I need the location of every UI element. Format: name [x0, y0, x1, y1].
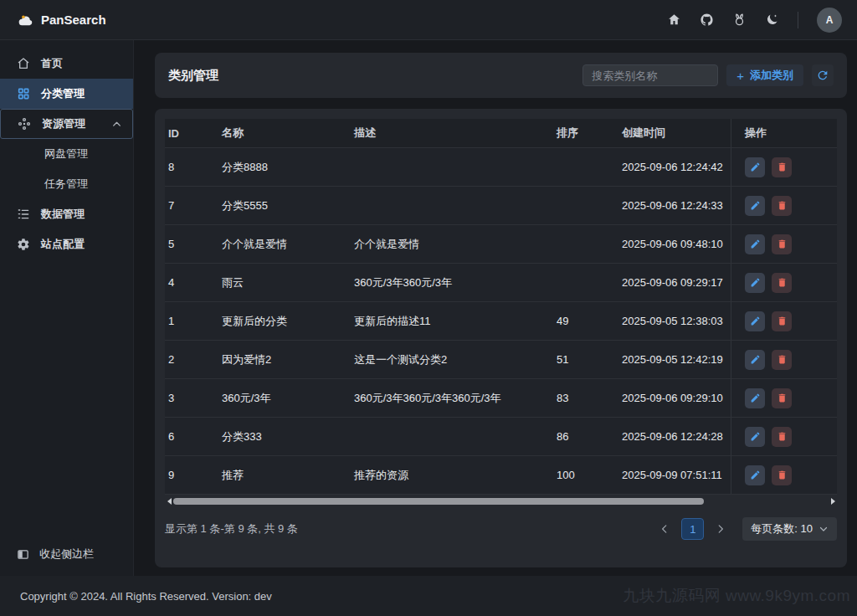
delete-button[interactable]: [772, 273, 792, 293]
cloud-logo-icon: [17, 13, 33, 27]
cell-desc: 推荐的资源: [351, 468, 553, 483]
trash-icon: [777, 277, 788, 288]
cell-created: 2025-09-05 12:38:03: [618, 315, 731, 327]
cell-desc: 这是一个测试分类2: [351, 352, 553, 367]
sidebar-item-label: 网盘管理: [44, 146, 88, 162]
rabbit-icon[interactable]: [732, 13, 747, 27]
edit-button[interactable]: [745, 234, 765, 254]
pencil-icon: [750, 277, 761, 288]
pencil-icon: [750, 431, 761, 442]
sidebar-subitem-tasks[interactable]: 任务管理: [0, 169, 133, 199]
toolbar-card: 类别管理 + 添加类别: [155, 53, 847, 98]
moon-icon[interactable]: [765, 13, 779, 27]
cell-id: 5: [165, 238, 218, 250]
sidebar-menu: 首页 分类管理 资源管: [0, 49, 133, 537]
cell-id: 1: [165, 315, 218, 327]
pencil-icon: [750, 316, 761, 326]
grid-icon: [17, 87, 30, 100]
table-row: 6 分类333 86 2025-09-06 12:24:28: [165, 418, 837, 456]
col-header-actions: 操作: [731, 119, 837, 147]
sidebar-item-resources[interactable]: 资源管理: [0, 109, 133, 139]
search-input[interactable]: [582, 64, 718, 86]
refresh-icon: [816, 69, 829, 82]
edit-button[interactable]: [745, 388, 765, 408]
sidebar-item-categories[interactable]: 分类管理: [0, 79, 133, 109]
col-header-created: 创建时间: [618, 126, 731, 141]
user-avatar[interactable]: A: [817, 8, 842, 33]
add-category-label: 添加类别: [750, 68, 793, 83]
page-size-select[interactable]: 每页条数: 10: [742, 517, 837, 541]
edit-button[interactable]: [745, 465, 765, 485]
page-1-button[interactable]: 1: [681, 518, 704, 540]
watermark-text: 九块九源码网 www.9k9ym.com: [623, 585, 850, 607]
horizontal-scrollbar[interactable]: [165, 496, 837, 506]
top-navbar: PanSearch A: [0, 0, 857, 40]
sidebar-item-home[interactable]: 首页: [0, 49, 133, 79]
chevron-left-icon: [659, 523, 670, 535]
table-row: 5 介个就是爱情 介个就是爱情 2025-09-06 09:48:10: [165, 225, 837, 264]
edit-button[interactable]: [745, 273, 765, 293]
sidebar-item-site-config[interactable]: 站点配置: [0, 229, 133, 259]
delete-button[interactable]: [772, 196, 792, 216]
trash-icon: [777, 239, 788, 249]
avatar-letter: A: [826, 14, 834, 26]
edit-button[interactable]: [745, 196, 765, 216]
collapse-sidebar-button[interactable]: 收起侧边栏: [0, 537, 133, 571]
cell-name: 分类8888: [218, 160, 351, 175]
edit-button[interactable]: [745, 427, 765, 447]
sidebar-item-label: 任务管理: [44, 177, 88, 192]
delete-button[interactable]: [772, 234, 792, 254]
table-row: 7 分类5555 2025-09-06 12:24:33: [165, 187, 837, 225]
edit-button[interactable]: [745, 350, 765, 370]
sidebar-item-label: 分类管理: [41, 86, 85, 101]
delete-button[interactable]: [772, 388, 792, 408]
pencil-icon: [750, 200, 761, 211]
scrollbar-track[interactable]: [173, 497, 829, 506]
prev-page-button[interactable]: [654, 518, 675, 540]
pagination-bar: 显示第 1 条-第 9 条, 共 9 条 1 每页条数: 10: [165, 517, 837, 541]
scroll-left-arrow-icon[interactable]: [165, 497, 173, 506]
sidebar-item-data[interactable]: 数据管理: [0, 199, 133, 229]
col-header-id: ID: [165, 127, 218, 140]
cell-id: 6: [165, 430, 218, 443]
col-header-desc: 描述: [351, 126, 553, 141]
cell-sort: 100: [553, 469, 618, 481]
delete-button[interactable]: [772, 465, 792, 485]
cell-name: 雨云: [218, 275, 351, 290]
hub-icon: [18, 117, 31, 131]
cell-id: 2: [165, 353, 218, 366]
brand[interactable]: PanSearch: [17, 13, 106, 27]
table-row: 4 雨云 360元/3年360元/3年 2025-09-06 09:29:17: [165, 264, 837, 302]
edit-button[interactable]: [745, 311, 765, 331]
edit-button[interactable]: [745, 157, 765, 177]
home-icon[interactable]: [667, 13, 681, 27]
sidebar-item-label: 首页: [41, 56, 63, 71]
cell-id: 3: [165, 392, 218, 404]
pagination-controls: 1 每页条数: 10: [654, 517, 837, 541]
delete-button[interactable]: [772, 311, 792, 331]
table-row: 3 360元/3年 360元/3年360元/3年360元/3年 83 2025-…: [165, 379, 837, 418]
github-icon[interactable]: [700, 13, 714, 27]
ordered-list-icon: [17, 208, 30, 221]
cell-actions: [731, 225, 837, 263]
delete-button[interactable]: [772, 157, 792, 177]
cell-name: 因为爱情2: [218, 352, 351, 367]
cell-name: 介个就是爱情: [218, 237, 351, 252]
col-header-name: 名称: [218, 126, 351, 141]
scroll-right-arrow-icon[interactable]: [829, 497, 837, 506]
delete-button[interactable]: [772, 427, 792, 447]
cell-created: 2025-09-06 09:29:17: [618, 276, 731, 289]
trash-icon: [777, 162, 788, 172]
next-page-button[interactable]: [711, 518, 731, 540]
cell-actions: [731, 302, 837, 340]
refresh-button[interactable]: [812, 64, 834, 86]
cell-desc: 360元/3年360元/3年360元/3年: [351, 391, 553, 406]
trash-icon: [777, 354, 788, 365]
sidebar-subitem-netdisk[interactable]: 网盘管理: [0, 139, 133, 169]
add-category-button[interactable]: + 添加类别: [726, 64, 803, 86]
scrollbar-thumb[interactable]: [173, 498, 704, 505]
delete-button[interactable]: [772, 350, 792, 370]
pagination-summary: 显示第 1 条-第 9 条, 共 9 条: [165, 521, 298, 536]
pencil-icon: [750, 470, 761, 480]
table-row: 2 因为爱情2 这是一个测试分类2 51 2025-09-05 12:42:19: [165, 341, 837, 379]
